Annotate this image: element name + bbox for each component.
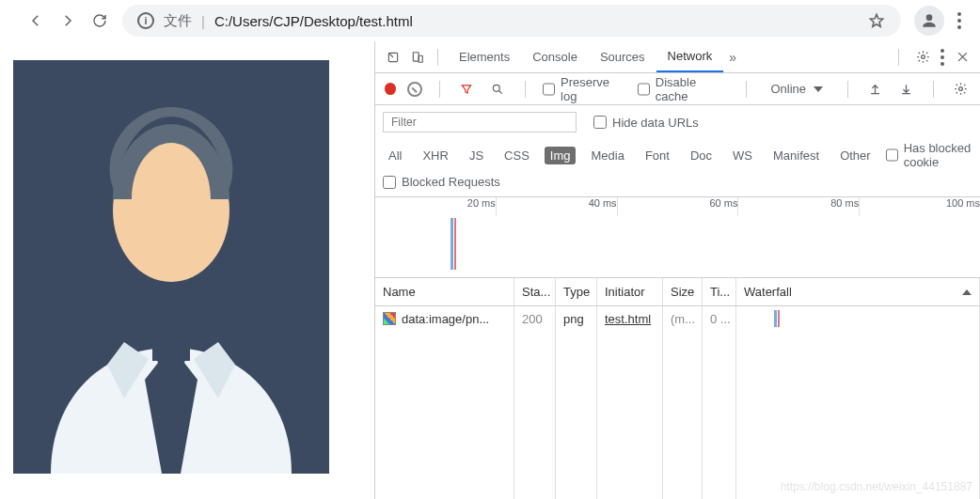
- close-icon[interactable]: [952, 47, 972, 68]
- tick: 20 ms: [375, 197, 496, 216]
- search-icon[interactable]: [488, 79, 508, 100]
- col-name[interactable]: Name: [375, 278, 514, 305]
- profile-avatar-icon[interactable]: [914, 6, 944, 36]
- page-content: [0, 41, 374, 499]
- pill-other[interactable]: Other: [834, 147, 877, 164]
- tab-elements[interactable]: Elements: [448, 41, 521, 72]
- upload-icon[interactable]: [865, 79, 885, 100]
- blocked-requests-checkbox[interactable]: Blocked Requests: [383, 175, 500, 189]
- disable-cache-checkbox[interactable]: Disable cache: [638, 75, 729, 103]
- pill-doc[interactable]: Doc: [685, 147, 718, 164]
- browser-toolbar: i 文件 | C:/Users/CJP/Desktop/test.html: [0, 0, 980, 41]
- filter-bar: Hide data URLs All XHR JS CSS Img Media …: [375, 105, 980, 197]
- clear-icon[interactable]: [407, 82, 421, 97]
- col-status[interactable]: Sta...: [514, 278, 556, 305]
- pill-ws[interactable]: WS: [727, 147, 758, 164]
- table-empty-area: [375, 331, 980, 499]
- devtools-tabs: Elements Console Sources Network »: [448, 41, 736, 72]
- has-blocked-cookie-checkbox[interactable]: Has blocked cookie: [886, 141, 972, 169]
- svg-point-6: [921, 55, 925, 59]
- devtools-header: Elements Console Sources Network »: [375, 41, 980, 73]
- svg-point-8: [959, 87, 963, 91]
- url-text: C:/Users/CJP/Desktop/test.html: [214, 13, 413, 29]
- network-table: Name Sta... Type Initiator Size Ti... Wa…: [375, 278, 980, 499]
- pill-manifest[interactable]: Manifest: [767, 147, 825, 164]
- more-tabs-icon[interactable]: »: [729, 50, 736, 65]
- inspect-icon[interactable]: [383, 47, 403, 68]
- star-icon[interactable]: [867, 11, 886, 30]
- tab-network[interactable]: Network: [656, 41, 724, 72]
- table-header: Name Sta... Type Initiator Size Ti... Wa…: [375, 278, 980, 306]
- kebab-menu-icon[interactable]: [957, 12, 961, 29]
- table-row[interactable]: data:image/pn... 200 png test.html (m...…: [375, 306, 980, 331]
- svg-rect-4: [413, 52, 419, 60]
- tab-sources[interactable]: Sources: [589, 41, 656, 72]
- pill-all[interactable]: All: [383, 147, 407, 164]
- network-toolbar: Preserve log Disable cache Online: [375, 73, 980, 105]
- record-icon[interactable]: [385, 83, 396, 95]
- col-waterfall[interactable]: Waterfall: [736, 278, 980, 305]
- sort-indicator-icon: [962, 289, 972, 295]
- pill-img[interactable]: Img: [545, 147, 577, 164]
- svg-rect-5: [419, 55, 422, 62]
- reload-icon[interactable]: [90, 11, 109, 30]
- resource-icon: [383, 312, 396, 325]
- file-scheme-label: 文件: [164, 12, 192, 30]
- devtools-kebab-icon[interactable]: [940, 49, 944, 66]
- tick: 80 ms: [737, 197, 859, 216]
- download-icon[interactable]: [896, 79, 916, 100]
- filter-input[interactable]: [383, 112, 577, 133]
- url-divider: |: [201, 13, 205, 29]
- back-icon[interactable]: [26, 11, 45, 30]
- pill-xhr[interactable]: XHR: [417, 147, 453, 164]
- tick: 100 ms: [859, 197, 980, 216]
- pill-js[interactable]: JS: [464, 147, 489, 164]
- devtools-panel: Elements Console Sources Network » Prese…: [374, 41, 980, 499]
- hide-data-urls-checkbox[interactable]: Hide data URLs: [593, 116, 699, 130]
- forward-icon[interactable]: [58, 11, 77, 30]
- watermark: https://blog.csdn.net/weixin_44151887: [781, 480, 972, 493]
- info-icon[interactable]: i: [137, 12, 154, 29]
- pill-css[interactable]: CSS: [498, 147, 535, 164]
- tick: 40 ms: [496, 197, 617, 216]
- filter-type-pills: All XHR JS CSS Img Media Font Doc WS Man…: [383, 141, 972, 169]
- address-bar[interactable]: i 文件 | C:/Users/CJP/Desktop/test.html: [122, 5, 901, 37]
- col-time[interactable]: Ti...: [703, 278, 736, 305]
- pill-media[interactable]: Media: [585, 147, 629, 164]
- gear-icon[interactable]: [912, 47, 933, 68]
- col-initiator[interactable]: Initiator: [597, 278, 663, 305]
- tab-console[interactable]: Console: [521, 41, 589, 72]
- filter-icon[interactable]: [457, 79, 477, 100]
- col-type[interactable]: Type: [556, 278, 597, 305]
- network-settings-icon[interactable]: [951, 79, 971, 100]
- preserve-log-checkbox[interactable]: Preserve log: [543, 75, 626, 103]
- device-toggle-icon[interactable]: [407, 47, 428, 68]
- col-size[interactable]: Size: [663, 278, 703, 305]
- tick: 60 ms: [617, 197, 738, 216]
- svg-rect-2: [152, 340, 190, 361]
- pill-font[interactable]: Font: [640, 147, 675, 164]
- initiator-link[interactable]: test.html: [605, 312, 651, 326]
- timeline-overview[interactable]: 20 ms 40 ms 60 ms 80 ms 100 ms: [375, 197, 980, 278]
- throttling-select[interactable]: Online: [764, 82, 831, 96]
- svg-point-7: [494, 85, 500, 91]
- avatar-image: [13, 60, 329, 474]
